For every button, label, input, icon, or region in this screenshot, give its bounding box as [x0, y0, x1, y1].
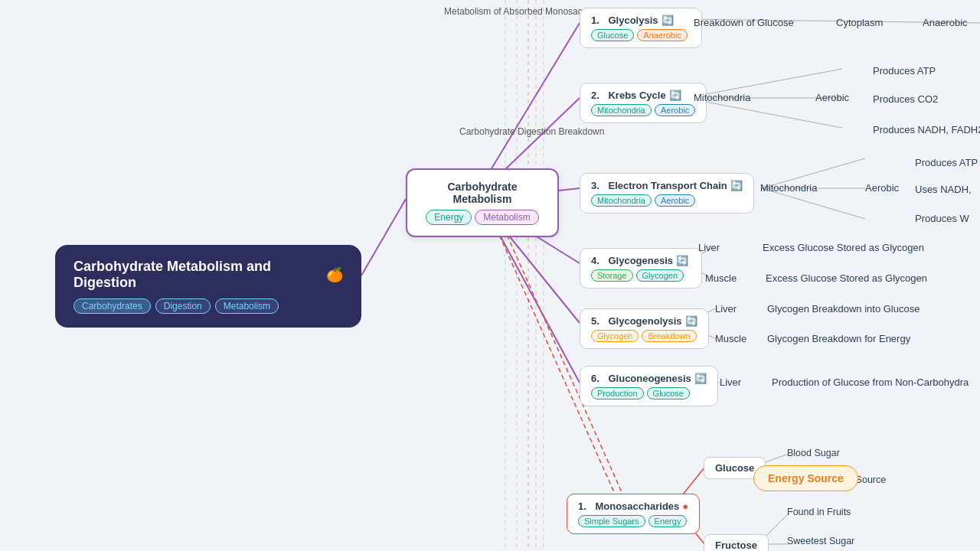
tag-digestion[interactable]: Digestion — [155, 298, 211, 314]
monosaccharides-node[interactable]: 1. Monosaccharides ● Simple Sugars Energ… — [567, 494, 700, 534]
glycolysis-title: 1. Glycolysis 🔄 — [591, 15, 691, 26]
etc-detail-3: Produces W — [915, 213, 969, 224]
glycogenolysis-muscle-detail: Glycogen Breakdown for Energy — [767, 333, 910, 344]
tag-glucose[interactable]: Glucose — [591, 29, 634, 41]
krebs-title: 2. Krebs Cycle 🔄 — [591, 90, 695, 101]
glycogenesis-title: 4. Glycogenesis 🔄 — [591, 255, 691, 266]
center-node-tags: Energy Metabolism — [423, 210, 542, 225]
tag-mitochondria-krebs[interactable]: Mitochondria — [591, 104, 652, 116]
glycogenesis-muscle: Muscle — [705, 272, 737, 284]
krebs-node[interactable]: 2. Krebs Cycle 🔄 Mitochondria Aerobic — [580, 83, 707, 123]
tag-energy2[interactable]: Energy — [648, 515, 688, 527]
fructose-detail-2: Sweetest Sugar — [787, 536, 854, 546]
fructose-detail-1: Found in Fruits — [787, 507, 851, 517]
fructose-branch[interactable]: Fructose — [704, 534, 769, 551]
tag-aerobic-etc[interactable]: Aerobic — [655, 194, 695, 207]
main-card-title-text: Carbohydrate Metabolism and Digestion — [74, 259, 320, 291]
gluconeogenesis-node[interactable]: 6. Gluconeogenesis 🔄 Production Glucose — [580, 366, 718, 406]
tag-glucose2[interactable]: Glucose — [647, 387, 690, 399]
gluconeogenesis-liver: Liver — [720, 377, 741, 388]
tag-metabolism2[interactable]: Metabolism — [475, 210, 538, 225]
etc-detail-2: Uses NADH, — [915, 184, 972, 195]
tag-energy[interactable]: Energy — [426, 210, 472, 225]
etc-tags: Mitochondria Aerobic — [591, 194, 743, 207]
glycogenolysis-tags: Glycogen Breakdown — [591, 330, 697, 342]
tag-glycogen-brk[interactable]: Glycogen — [591, 330, 639, 342]
glycogenolysis-node[interactable]: 5. Glycogenolysis 🔄 Glycogen Breakdown — [580, 308, 709, 349]
krebs-condition: Aerobic — [815, 92, 849, 103]
tag-simple-sugars[interactable]: Simple Sugars — [578, 515, 645, 527]
glycogenesis-liver-detail: Excess Glucose Stored as Glycogen — [763, 242, 924, 253]
glycogenolysis-title: 5. Glycogenolysis 🔄 — [591, 315, 697, 327]
gluconeogenesis-tags: Production Glucose — [591, 387, 707, 399]
etc-node[interactable]: 3. Electron Transport Chain 🔄 Mitochondr… — [580, 173, 754, 214]
krebs-location: Mitochondria — [694, 92, 750, 103]
center-node-title: Carbohydrate Metabolism — [423, 181, 542, 205]
krebs-emoji: 🔄 — [669, 90, 681, 101]
main-card: Carbohydrate Metabolism and Digestion 🍊 … — [55, 245, 361, 328]
carb-digestion-label: Carbohydrate Digestion Breakdown — [459, 126, 604, 137]
krebs-detail-3: Produces NADH, FADH2 — [873, 124, 980, 135]
glycolysis-node[interactable]: 1. Glycolysis 🔄 Glucose Anaerobic — [580, 8, 702, 48]
svg-line-0 — [361, 199, 406, 276]
main-card-title: Carbohydrate Metabolism and Digestion 🍊 — [74, 259, 343, 291]
glycogenolysis-liver-detail: Glycogen Breakdown into Glucose — [767, 303, 920, 315]
tag-breakdown[interactable]: Breakdown — [642, 330, 696, 342]
svg-line-1 — [482, 23, 580, 184]
etc-location: Mitochondria — [760, 182, 817, 194]
glycogenesis-liver: Liver — [698, 242, 720, 253]
monosaccharides-title: 1. Monosaccharides ● — [578, 500, 688, 512]
glycogenolysis-emoji: 🔄 — [685, 315, 697, 327]
tag-production[interactable]: Production — [591, 387, 644, 399]
krebs-tags: Mitochondria Aerobic — [591, 104, 695, 116]
glycolysis-detail-2: Cytoplasm — [836, 17, 883, 28]
energy-source-badge: Energy Source — [753, 465, 858, 491]
etc-emoji: 🔄 — [730, 180, 743, 191]
tag-storage[interactable]: Storage — [591, 269, 633, 282]
center-node[interactable]: Carbohydrate Metabolism Energy Metabolis… — [406, 168, 559, 237]
tag-aerobic-krebs[interactable]: Aerobic — [655, 104, 695, 116]
monosaccharides-tags: Simple Sugars Energy — [578, 515, 688, 527]
monosaccharides-emoji: ● — [682, 500, 688, 512]
tag-mitochondria-etc[interactable]: Mitochondria — [591, 194, 652, 207]
tag-metabolism[interactable]: Metabolism — [215, 298, 279, 314]
glycolysis-detail-3: Anaerobic — [923, 17, 968, 28]
etc-condition: Aerobic — [865, 182, 899, 194]
main-card-emoji: 🍊 — [326, 266, 343, 283]
glycogenesis-node[interactable]: 4. Glycogenesis 🔄 Storage Glycogen — [580, 248, 702, 289]
krebs-detail-2: Produces CO2 — [873, 93, 938, 105]
glycogenesis-emoji: 🔄 — [676, 255, 688, 266]
glycogenolysis-liver: Liver — [715, 303, 737, 315]
tag-anaerobic[interactable]: Anaerobic — [637, 29, 688, 41]
glycolysis-tags: Glucose Anaerobic — [591, 29, 691, 41]
gluconeogenesis-liver-detail: Production of Glucose from Non-Carbohydr… — [772, 377, 969, 388]
etc-detail-1: Produces ATP — [915, 157, 978, 168]
glycogenesis-tags: Storage Glycogen — [591, 269, 691, 282]
glycolysis-detail-1: Breakdown of Glucose — [694, 17, 794, 28]
glycogenolysis-muscle: Muscle — [715, 333, 746, 344]
gluconeogenesis-emoji: 🔄 — [694, 373, 707, 384]
etc-title: 3. Electron Transport Chain 🔄 — [591, 180, 743, 191]
glucose-detail-1: Blood Sugar — [787, 448, 840, 458]
krebs-detail-1: Produces ATP — [873, 65, 936, 77]
glycogenesis-muscle-detail: Excess Glucose Stored as Glycogen — [766, 272, 927, 284]
main-card-tags: Carbohydrates Digestion Metabolism — [74, 298, 343, 314]
tag-carbohydrates[interactable]: Carbohydrates — [74, 298, 151, 314]
glycolysis-emoji: 🔄 — [662, 15, 674, 26]
gluconeogenesis-title: 6. Gluconeogenesis 🔄 — [591, 373, 707, 384]
tag-glycogen[interactable]: Glycogen — [636, 269, 684, 282]
